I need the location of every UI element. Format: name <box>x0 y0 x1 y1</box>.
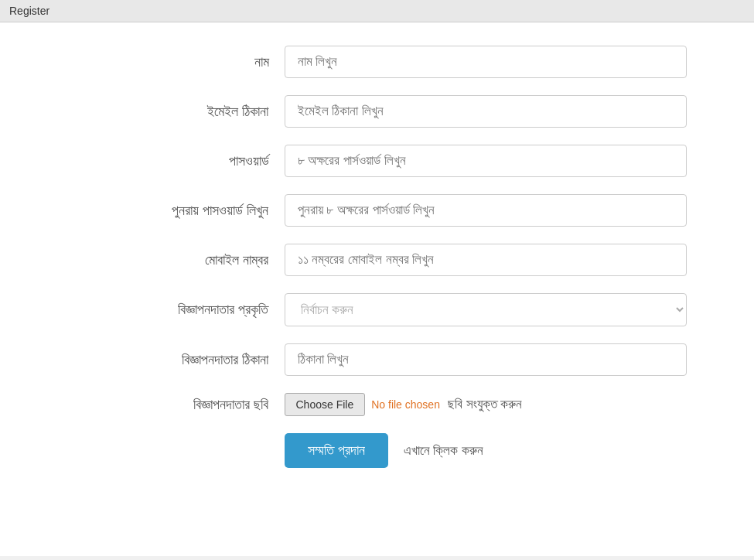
address-input[interactable] <box>285 343 687 376</box>
address-label: বিজ্ঞাপনদাতার ঠিকানা <box>68 352 285 368</box>
nature-row: বিজ্ঞাপনদাতার প্রকৃতি নির্বাচন করুন <box>68 293 687 326</box>
mobile-row: মোবাইল নাম্বর <box>68 244 687 276</box>
submit-hint: এখানে ক্লিক করুন <box>404 443 483 459</box>
no-file-text: No file chosen <box>371 398 440 411</box>
email-label: ইমেইল ঠিকানা <box>68 104 285 120</box>
confirm-password-row: পুনরায় পাসওয়ার্ড লিখুন <box>68 194 687 227</box>
password-label: পাসওয়ার্ড <box>68 153 285 169</box>
choose-file-button[interactable]: Choose File <box>285 393 366 416</box>
photo-label: বিজ্ঞাপনদাতার ছবি <box>68 397 285 413</box>
confirm-password-input[interactable] <box>285 194 687 227</box>
submit-button[interactable]: সম্মতি প্রদান <box>285 433 388 468</box>
name-input[interactable] <box>285 46 687 78</box>
confirm-password-label: পুনরায় পাসওয়ার্ড লিখুন <box>68 203 285 219</box>
registration-form: নাম ইমেইল ঠিকানা পাসওয়ার্ড পুনরায় পাসও… <box>68 46 687 468</box>
email-row: ইমেইল ঠিকানা <box>68 95 687 128</box>
photo-hint: ছবি সংযুক্ত করুন <box>448 397 522 412</box>
password-input[interactable] <box>285 145 687 177</box>
titlebar: Register <box>0 0 754 22</box>
password-row: পাসওয়ার্ড <box>68 145 687 177</box>
address-row: বিজ্ঞাপনদাতার ঠিকানা <box>68 343 687 376</box>
name-label: নাম <box>68 54 285 70</box>
email-input[interactable] <box>285 95 687 128</box>
nature-select[interactable]: নির্বাচন করুন <box>285 293 687 326</box>
page-content: নাম ইমেইল ঠিকানা পাসওয়ার্ড পুনরায় পাসও… <box>0 22 754 556</box>
mobile-input[interactable] <box>285 244 687 276</box>
titlebar-label: Register <box>9 5 49 17</box>
name-row: নাম <box>68 46 687 78</box>
nature-label: বিজ্ঞাপনদাতার প্রকৃতি <box>68 302 285 318</box>
mobile-label: মোবাইল নাম্বর <box>68 252 285 268</box>
photo-row: বিজ্ঞাপনদাতার ছবি Choose File No file ch… <box>68 393 687 416</box>
submit-row: সম্মতি প্রদান এখানে ক্লিক করুন <box>285 433 687 468</box>
file-input-group: Choose File No file chosen ছবি সংযুক্ত ক… <box>285 393 523 416</box>
